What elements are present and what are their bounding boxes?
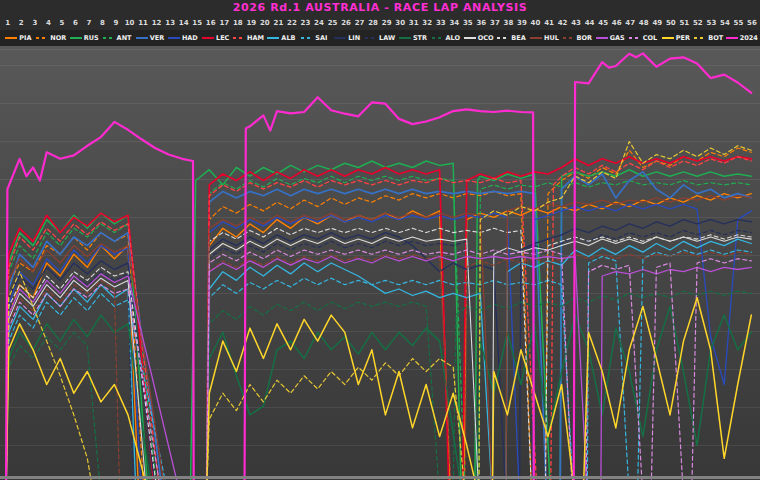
- legend-item-per[interactable]: PER: [660, 34, 693, 42]
- legend-line-icon: [136, 37, 148, 39]
- legend-line-icon: [662, 37, 674, 39]
- legend-item-had[interactable]: HAD: [166, 34, 199, 42]
- legend-item-ver[interactable]: VER: [134, 34, 167, 42]
- lap-number-22: 22: [285, 19, 299, 27]
- header: 2026 Rd.1 AUSTRALIA - RACE LAP ANALYSIS …: [0, 0, 760, 46]
- lap-axis: 1234567891011121314151617181920212223242…: [0, 15, 760, 30]
- lap-number-40: 40: [529, 19, 543, 27]
- lap-number-39: 39: [515, 19, 529, 27]
- legend-label: BOR: [577, 34, 593, 42]
- legend-label: PER: [676, 34, 690, 42]
- legend-line-icon: [563, 37, 575, 39]
- lap-number-55: 55: [732, 19, 746, 27]
- lap-number-8: 8: [96, 19, 110, 27]
- legend-line-icon: [334, 37, 346, 39]
- legend-item-gas[interactable]: GAS: [594, 34, 627, 42]
- legend-line-icon: [103, 37, 115, 39]
- lap-number-50: 50: [664, 19, 678, 27]
- lap-number-54: 54: [718, 19, 732, 27]
- lap-number-49: 49: [651, 19, 665, 27]
- lap-chart: [0, 46, 760, 480]
- legend-label: OCO: [478, 34, 494, 42]
- legend-label: HAM: [247, 34, 264, 42]
- legend-line-icon: [168, 37, 180, 39]
- legend-line-icon: [233, 37, 245, 39]
- legend-label: RUS: [84, 34, 99, 42]
- legend-line-icon: [399, 37, 411, 39]
- lap-number-36: 36: [475, 19, 489, 27]
- lap-number-43: 43: [569, 19, 583, 27]
- lap-number-13: 13: [163, 19, 177, 27]
- legend-label: PIA: [19, 34, 31, 42]
- legend-item-oco[interactable]: OCO: [462, 34, 495, 42]
- lap-number-20: 20: [258, 19, 272, 27]
- race-lap-analysis-app: 2026 Rd.1 AUSTRALIA - RACE LAP ANALYSIS …: [0, 0, 760, 480]
- legend-line-icon: [202, 37, 214, 39]
- legend-item-ant[interactable]: ANT: [101, 34, 134, 42]
- lap-number-46: 46: [610, 19, 624, 27]
- lap-number-2: 2: [15, 19, 29, 27]
- legend-line-icon: [629, 37, 641, 39]
- lap-number-24: 24: [312, 19, 326, 27]
- legend-item-nor[interactable]: NOR: [35, 34, 68, 42]
- legend-line-icon: [464, 37, 476, 39]
- legend-label: GAS: [610, 34, 625, 42]
- legend-label: ALB: [281, 34, 295, 42]
- lap-number-5: 5: [55, 19, 69, 27]
- lap-number-48: 48: [637, 19, 651, 27]
- legend-item-lin[interactable]: LIN: [331, 34, 364, 42]
- lap-number-51: 51: [678, 19, 692, 27]
- lap-number-53: 53: [705, 19, 719, 27]
- lap-number-16: 16: [204, 19, 218, 27]
- lap-number-6: 6: [69, 19, 83, 27]
- legend-label: HAD: [182, 34, 198, 42]
- legend-label: LAW: [379, 34, 395, 42]
- legend-item-alo[interactable]: ALO: [429, 34, 462, 42]
- lap-number-32: 32: [420, 19, 434, 27]
- legend: PIANORRUSANTVERHADLECHAMALBSAILINLAWSTRA…: [0, 30, 760, 46]
- lap-number-25: 25: [326, 19, 340, 27]
- lap-number-12: 12: [150, 19, 164, 27]
- legend-item-str[interactable]: STR: [397, 34, 430, 42]
- legend-label: BOT: [708, 34, 723, 42]
- legend-item-bor[interactable]: BOR: [561, 34, 594, 42]
- lap-number-45: 45: [596, 19, 610, 27]
- lap-number-28: 28: [366, 19, 380, 27]
- chart-bottom-border: [0, 476, 760, 479]
- legend-item-lec[interactable]: LEC: [199, 34, 232, 42]
- legend-line-icon: [530, 37, 542, 39]
- legend-label: SAI: [315, 34, 327, 42]
- legend-line-icon: [70, 37, 82, 39]
- legend-line-icon: [596, 37, 608, 39]
- lap-number-4: 4: [42, 19, 56, 27]
- legend-item-2024[interactable]: 2024: [725, 34, 758, 42]
- legend-label: COL: [643, 34, 657, 42]
- legend-item-col[interactable]: COL: [627, 34, 660, 42]
- legend-item-rus[interactable]: RUS: [68, 34, 101, 42]
- legend-item-bot[interactable]: BOT: [692, 34, 725, 42]
- lap-number-42: 42: [556, 19, 570, 27]
- lap-number-44: 44: [583, 19, 597, 27]
- lap-number-18: 18: [231, 19, 245, 27]
- legend-item-ham[interactable]: HAM: [232, 34, 265, 42]
- legend-label: LIN: [348, 34, 360, 42]
- legend-item-alb[interactable]: ALB: [265, 34, 298, 42]
- lap-chart-canvas: [0, 46, 760, 480]
- legend-line-icon: [36, 37, 48, 39]
- lap-number-7: 7: [82, 19, 96, 27]
- lap-number-15: 15: [190, 19, 204, 27]
- legend-item-hul[interactable]: HUL: [528, 34, 561, 42]
- legend-label: STR: [413, 34, 427, 42]
- lap-number-41: 41: [542, 19, 556, 27]
- legend-item-law[interactable]: LAW: [364, 34, 397, 42]
- series-line-col: [6, 250, 751, 480]
- lap-number-38: 38: [502, 19, 516, 27]
- legend-line-icon: [365, 37, 377, 39]
- lap-number-11: 11: [136, 19, 150, 27]
- lap-number-1: 1: [1, 19, 15, 27]
- legend-line-icon: [432, 37, 444, 39]
- legend-label: LEC: [216, 34, 229, 42]
- legend-item-bea[interactable]: BEA: [495, 34, 528, 42]
- legend-item-pia[interactable]: PIA: [2, 34, 35, 42]
- legend-item-sai[interactable]: SAI: [298, 34, 331, 42]
